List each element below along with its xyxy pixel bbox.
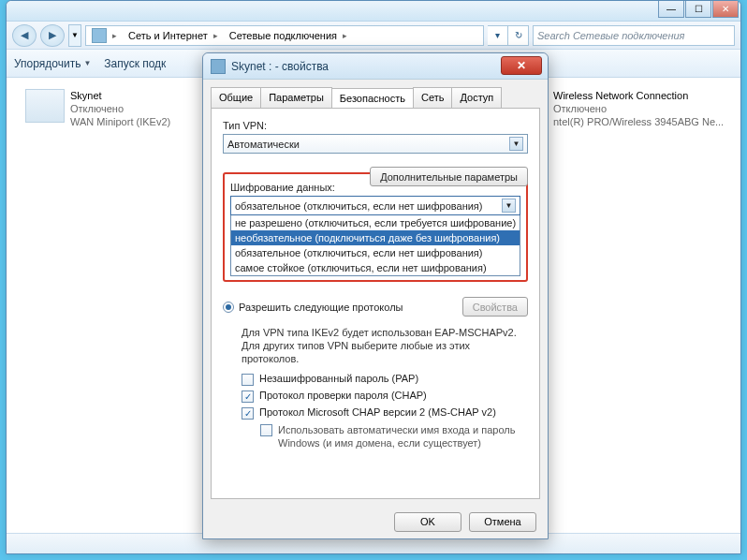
nav-history-drop[interactable]: ▼ <box>68 24 81 47</box>
refresh-button[interactable]: ↻ <box>508 25 529 46</box>
ok-button[interactable]: OK <box>394 512 461 532</box>
checkbox-pap-label: Незашифрованный пароль (PAP) <box>259 373 418 384</box>
maximize-button[interactable]: ☐ <box>685 1 711 18</box>
encryption-option-selected[interactable]: необязательное (подключиться даже без ши… <box>231 230 520 245</box>
checkbox-auto-credentials-label: Использовать автоматически имя входа и п… <box>278 423 528 449</box>
dialog-close-button[interactable]: ✕ <box>501 56 542 75</box>
forward-button[interactable]: ▶ <box>40 24 65 47</box>
auth-group: Разрешить следующие протоколы Свойства Д… <box>223 297 528 449</box>
connection-item-skynet[interactable]: Skynet Отключено WAN Miniport (IKEv2) <box>25 89 170 128</box>
breadcrumb[interactable]: ▸ Сеть и Интернет▸ Сетевые подключения▸ <box>85 25 484 46</box>
checkbox-mschap[interactable]: ✓ <box>242 407 254 420</box>
connection-status: Отключено <box>553 102 724 115</box>
properties-dialog: Skynet : - свойства ✕ Общие Параметры Бе… <box>202 52 549 539</box>
search-input[interactable]: Search Сетевые подключения <box>533 25 735 46</box>
connection-status: Отключено <box>70 102 170 115</box>
breadcrumb-drop[interactable]: ▾ <box>488 25 508 46</box>
encryption-dropdown: не разрешено (отключиться, если требуетс… <box>230 215 520 276</box>
chevron-down-icon: ▼ <box>509 137 523 151</box>
encryption-option[interactable]: обязательное (отключиться, если нет шифр… <box>231 245 520 260</box>
breadcrumb-seg1[interactable]: Сеть и Интернет▸ <box>123 30 224 41</box>
connection-device: WAN Miniport (IKEv2) <box>70 115 170 128</box>
tab-general[interactable]: Общие <box>211 87 261 108</box>
encryption-option[interactable]: не разрешено (отключиться, если требуетс… <box>231 215 520 230</box>
eap-note: Для VPN типа IKEv2 будет использован EAP… <box>242 326 528 365</box>
vpn-type-label: Тип VPN: <box>223 120 528 131</box>
tab-network[interactable]: Сеть <box>413 87 452 108</box>
protocol-properties-button: Свойства <box>462 297 528 317</box>
close-button[interactable]: ✕ <box>712 1 739 18</box>
radio-allow-protocols[interactable] <box>223 302 234 313</box>
explorer-titlebar[interactable]: — ☐ ✕ <box>7 1 740 22</box>
dialog-title-text: Skynet : - свойства <box>231 60 329 73</box>
dialog-titlebar[interactable]: Skynet : - свойства ✕ <box>203 53 548 80</box>
toolbar-start-connection[interactable]: Запуск подк <box>104 57 166 70</box>
checkbox-auto-credentials[interactable] <box>260 424 272 436</box>
tab-security[interactable]: Безопасность <box>331 88 414 109</box>
connection-name: Wireless Network Connection <box>553 89 724 102</box>
connection-item-wireless[interactable]: Wireless Network Connection Отключено nt… <box>553 89 731 128</box>
encryption-option[interactable]: самое стойкое (отключиться, если нет шиф… <box>231 260 520 275</box>
vpn-type-combo[interactable]: Автоматически ▼ <box>223 134 528 154</box>
checkbox-chap[interactable]: ✓ <box>242 391 254 403</box>
advanced-settings-button[interactable]: Дополнительные параметры <box>370 167 528 186</box>
encryption-combo[interactable]: обязательное (отключиться, если нет шифр… <box>230 196 520 215</box>
dialog-icon <box>211 59 226 74</box>
tab-access[interactable]: Доступ <box>451 87 502 108</box>
toolbar-organize[interactable]: Упорядочить▼ <box>14 57 91 70</box>
back-button[interactable]: ◀ <box>12 24 37 47</box>
tab-strip: Общие Параметры Безопасность Сеть Доступ <box>211 87 540 108</box>
breadcrumb-root-icon <box>92 28 107 43</box>
checkbox-chap-label: Протокол проверки пароля (CHAP) <box>259 390 427 401</box>
highlight-frame: Шифрование данных: обязательное (отключи… <box>223 172 528 282</box>
address-bar: ◀ ▶ ▼ ▸ Сеть и Интернет▸ Сетевые подключ… <box>7 22 740 50</box>
connection-name: Skynet <box>70 89 170 102</box>
checkbox-mschap-label: Протокол Microsoft CHAP версии 2 (MS-CHA… <box>259 406 496 418</box>
breadcrumb-seg2[interactable]: Сетевые подключения▸ <box>224 30 353 41</box>
connection-icon <box>25 89 65 123</box>
cancel-button[interactable]: Отмена <box>469 512 536 532</box>
tab-page-security: Тип VPN: Автоматически ▼ Дополнительные … <box>211 108 540 499</box>
radio-allow-label: Разрешить следующие протоколы <box>239 302 403 313</box>
dialog-footer: OK Отмена <box>203 505 548 538</box>
chevron-down-icon: ▼ <box>502 199 516 213</box>
tab-options[interactable]: Параметры <box>260 87 332 108</box>
connection-device: ntel(R) PRO/Wireless 3945ABG Ne... <box>553 115 724 128</box>
minimize-button[interactable]: — <box>658 1 684 18</box>
checkbox-pap[interactable] <box>242 374 254 386</box>
